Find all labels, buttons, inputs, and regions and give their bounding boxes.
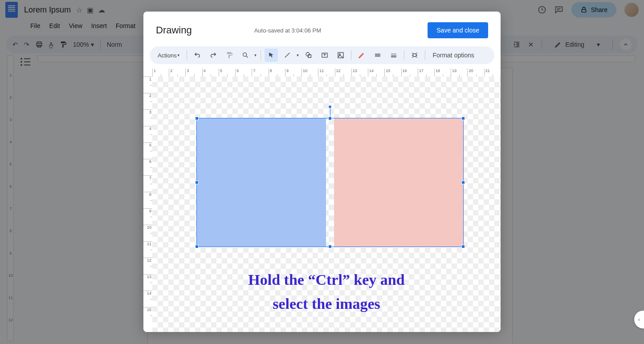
resize-handle-tl[interactable] [195,117,199,120]
modal-title: Drawing [156,24,192,36]
svg-point-10 [339,54,341,55]
shape-tool-icon[interactable] [302,49,315,62]
svg-rect-11 [391,53,396,54]
autosave-status: Auto-saved at 3:04:06 PM [254,27,321,34]
zoom-dropdown-icon[interactable]: ▼ [254,53,257,57]
wrap-text-icon[interactable] [408,49,421,62]
drawing-modal: Drawing Auto-saved at 3:04:06 PM Save an… [143,12,501,332]
resize-handle-bl[interactable] [195,245,199,248]
image-tool-icon[interactable] [334,49,347,62]
resize-handle-br[interactable] [461,245,465,248]
drawing-toolbar: Actions▼ ▼ ▼ Format options [150,46,494,64]
selection-box[interactable] [196,118,464,247]
horizontal-ruler: 123456789101112131415161718192021 [152,69,501,77]
border-weight-icon[interactable] [387,49,400,62]
select-tool-icon[interactable] [265,49,278,62]
paint-format-icon [223,49,236,62]
redo-icon[interactable] [207,49,220,62]
modal-overlay: Drawing Auto-saved at 3:04:06 PM Save an… [0,0,644,344]
svg-rect-12 [391,55,396,55]
canvas-wrap: 123456789101112131415161718192021 123456… [143,69,501,332]
resize-handle-tm[interactable] [328,117,332,120]
border-color-icon[interactable] [371,49,384,62]
fill-color-icon[interactable] [355,49,368,62]
drawing-canvas[interactable]: Hold the “Ctrl” key and select the image… [152,77,501,332]
svg-rect-14 [413,54,416,57]
resize-handle-mr[interactable] [461,181,465,184]
resize-handle-ml[interactable] [195,181,199,184]
save-and-close-button[interactable]: Save and close [428,22,488,38]
resize-handle-bm[interactable] [328,245,332,248]
svg-rect-13 [391,57,396,57]
svg-point-5 [243,53,246,57]
format-options-button[interactable]: Format options [429,52,477,59]
vertical-ruler: 123456789101112131415 [143,77,152,332]
textbox-tool-icon[interactable] [318,49,331,62]
resize-handle-tr[interactable] [461,117,465,120]
annotation-text: Hold the “Ctrl” key and select the image… [152,268,501,316]
line-dropdown-icon[interactable]: ▼ [296,53,299,57]
actions-menu[interactable]: Actions▼ [155,50,183,61]
rotation-handle[interactable] [328,105,332,109]
undo-icon[interactable] [191,49,204,62]
zoom-icon[interactable] [239,49,252,62]
line-tool-icon[interactable] [281,49,294,62]
